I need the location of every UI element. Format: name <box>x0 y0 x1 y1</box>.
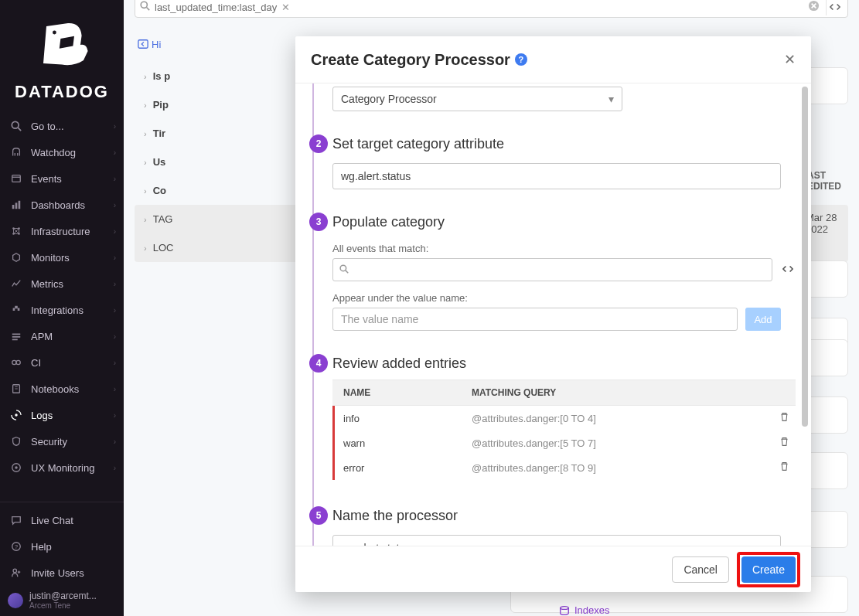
scrollbar-thumb[interactable] <box>802 87 808 427</box>
match-query-input[interactable] <box>332 258 772 281</box>
svg-point-0 <box>53 31 56 35</box>
step-4-title: Review added entries <box>332 356 796 372</box>
infra-icon <box>8 226 25 237</box>
chevron-right-icon: › <box>114 254 116 262</box>
help-icon: ? <box>8 541 25 552</box>
chevron-right-icon: › <box>114 385 116 393</box>
modal-body: Category Processor ▾ 2 Set target catego… <box>295 83 811 546</box>
sidebar-item-infrastructure[interactable]: Infrastructure› <box>0 218 124 244</box>
chevron-right-icon: › <box>114 332 116 341</box>
chevron-right-icon: › <box>114 464 116 472</box>
svg-rect-3 <box>12 175 21 182</box>
entries-table: NAME MATCHING QUERY info@attributes.dang… <box>332 379 796 480</box>
entry-row: info@attributes.danger:[0 TO 4] <box>335 406 796 431</box>
sidebar-item-invite-users[interactable]: Invite Users <box>0 560 124 586</box>
appear-label: Appear under the value name: <box>332 292 796 304</box>
stepper-line <box>312 83 314 546</box>
add-button[interactable]: Add <box>745 308 781 331</box>
processor-type-select[interactable]: Category Processor ▾ <box>332 87 622 111</box>
step-badge-2: 2 <box>309 134 328 153</box>
chevron-right-icon: › <box>114 359 116 367</box>
logs-icon <box>8 410 25 420</box>
chevron-right-icon: › <box>114 122 116 131</box>
entry-query: @attributes.danger:[5 TO 7] <box>462 437 772 449</box>
sidebar-item-ux-monitoring[interactable]: UX Monitoring› <box>0 454 124 481</box>
main-area: last_updated_time:last_day ✕ Hi ›Is p›Pi… <box>124 0 859 616</box>
sidebar-item-logs[interactable]: Logs› <box>0 402 124 428</box>
sidebar-item-integrations[interactable]: Integrations› <box>0 297 124 323</box>
step-badge-3: 3 <box>309 213 328 231</box>
entry-row: error@attributes.danger:[8 TO 9] <box>335 455 796 480</box>
brand-logo[interactable]: DATADOG <box>0 0 124 113</box>
help-icon[interactable]: ? <box>515 53 527 66</box>
search-icon <box>8 121 25 131</box>
chevron-right-icon: › <box>114 148 116 157</box>
sidebar-item-live-chat[interactable]: Live Chat <box>0 507 124 533</box>
invite-icon <box>8 567 25 578</box>
sidebar-item-go-to-[interactable]: Go to...› <box>0 113 124 139</box>
sidebar-item-metrics[interactable]: Metrics› <box>0 271 124 297</box>
sidebar-item-help[interactable]: ?Help <box>0 533 124 560</box>
svg-point-25 <box>13 569 16 572</box>
svg-point-15 <box>12 360 16 364</box>
entry-query: @attributes.danger:[0 TO 4] <box>462 413 772 424</box>
ci-icon <box>8 357 25 368</box>
processor-name-input[interactable] <box>332 535 781 546</box>
svg-point-22 <box>15 466 18 469</box>
col-name-header: NAME <box>332 387 462 398</box>
close-icon[interactable]: ✕ <box>784 51 796 68</box>
chevron-right-icon: › <box>114 227 116 236</box>
step-2-title: Set target category attribute <box>332 136 796 152</box>
chevron-right-icon: › <box>114 437 116 446</box>
svg-rect-7 <box>19 201 21 209</box>
chevron-right-icon: › <box>114 175 116 183</box>
modal-scrollbar[interactable] <box>802 87 808 543</box>
step-5-title: Name the processor <box>332 508 796 524</box>
sidebar-item-dashboards[interactable]: Dashboards› <box>0 192 124 218</box>
sidebar-item-watchdog[interactable]: Watchdog› <box>0 139 124 165</box>
delete-entry-icon[interactable] <box>772 461 796 474</box>
events-icon <box>8 173 25 184</box>
search-icon <box>339 263 349 277</box>
chevron-right-icon: › <box>114 201 116 209</box>
watchdog-icon <box>8 147 25 158</box>
chevron-right-icon: › <box>114 411 116 420</box>
query-code-toggle-icon[interactable] <box>780 264 796 277</box>
svg-point-20 <box>15 414 18 417</box>
create-category-processor-modal: Create Category Processor ? ✕ Category P… <box>295 36 811 592</box>
modal-overlay: Create Category Processor ? ✕ Category P… <box>124 0 859 616</box>
match-label: All events that match: <box>332 243 796 254</box>
sidebar-item-notebooks[interactable]: Notebooks› <box>0 376 124 402</box>
sidebar-item-events[interactable]: Events› <box>0 165 124 192</box>
svg-text:?: ? <box>15 543 19 550</box>
user-avatar <box>8 593 23 608</box>
modal-header: Create Category Processor ? ✕ <box>295 36 811 83</box>
dashboards-icon <box>8 199 25 210</box>
apm-icon <box>8 331 25 342</box>
entry-name: error <box>335 462 462 474</box>
sidebar-item-ci[interactable]: CI› <box>0 349 124 376</box>
target-attribute-input[interactable] <box>332 163 781 189</box>
ux-icon <box>8 462 25 473</box>
col-query-header: MATCHING QUERY <box>462 387 796 398</box>
datadog-icon <box>31 14 93 76</box>
sidebar-user[interactable]: justin@arcemt...Arcem Tene <box>0 586 124 613</box>
chevron-right-icon: › <box>114 280 116 288</box>
sidebar-item-monitors[interactable]: Monitors› <box>0 244 124 271</box>
entry-name: info <box>335 413 462 424</box>
svg-rect-5 <box>12 205 15 209</box>
security-icon <box>8 436 25 447</box>
cancel-button[interactable]: Cancel <box>672 556 729 583</box>
delete-entry-icon[interactable] <box>772 437 796 449</box>
value-name-input[interactable] <box>332 308 738 331</box>
delete-entry-icon[interactable] <box>772 412 796 424</box>
entry-row: warn@attributes.danger:[5 TO 7] <box>335 431 796 455</box>
create-button[interactable]: Create <box>741 556 796 583</box>
sidebar-item-apm[interactable]: APM› <box>0 323 124 349</box>
modal-title: Create Category Processor <box>311 51 510 69</box>
sidebar-item-security[interactable]: Security› <box>0 428 124 454</box>
sidebar-nav: Go to...›Watchdog›Events›Dashboards›Infr… <box>0 113 124 502</box>
svg-point-16 <box>16 360 20 364</box>
notebooks-icon <box>8 383 25 394</box>
integrations-icon <box>8 305 25 315</box>
